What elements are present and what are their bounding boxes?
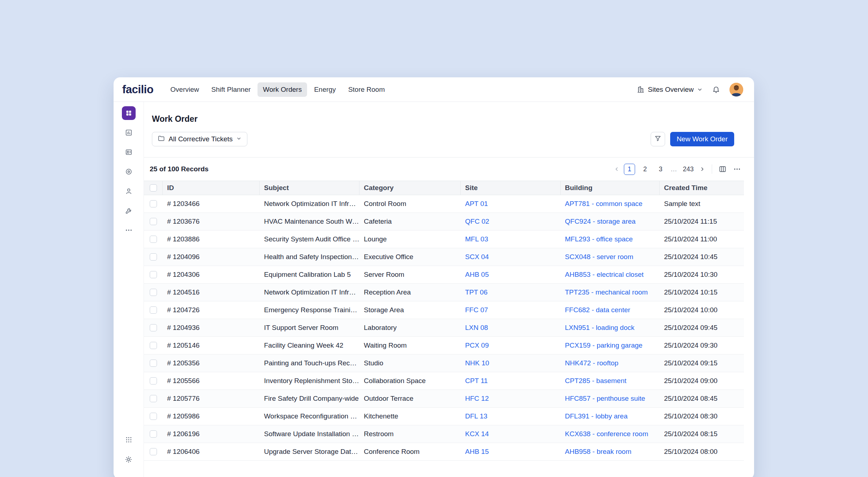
row-checkbox[interactable] xyxy=(150,324,157,331)
cell-building-link[interactable]: CPT285 - basement xyxy=(561,377,660,385)
new-work-order-button[interactable]: New Work Order xyxy=(670,132,734,146)
row-checkbox[interactable] xyxy=(150,360,157,367)
table-row[interactable]: # 1206406 Upgrade Server Storage Data… C… xyxy=(144,443,744,461)
page-button-3[interactable]: 3 xyxy=(655,164,666,175)
cell-site-link[interactable]: QFC 02 xyxy=(461,218,561,225)
cell-building-link[interactable]: MFL293 - office space xyxy=(561,235,660,243)
row-checkbox[interactable] xyxy=(150,395,157,402)
prev-page-icon[interactable] xyxy=(614,166,620,172)
toolbar: All Corrective Tickets New Work Order xyxy=(152,132,734,146)
table-row[interactable]: # 1205356 Painting and Touch-ups Recep… … xyxy=(144,354,744,372)
page-button-1[interactable]: 1 xyxy=(624,164,635,175)
row-checkbox[interactable] xyxy=(150,430,157,438)
table-row[interactable]: # 1205776 Fire Safety Drill Company-wide… xyxy=(144,390,744,408)
cell-created-time: 25/10/2024 08:00 xyxy=(660,448,744,456)
cell-site-link[interactable]: FFC 07 xyxy=(461,306,561,314)
cell-building-link[interactable]: HFC857 - penthouse suite xyxy=(561,395,660,403)
target-icon xyxy=(125,168,133,176)
page-ellipsis: … xyxy=(671,166,677,173)
row-checkbox[interactable] xyxy=(150,200,157,207)
cell-site-link[interactable]: NHK 10 xyxy=(461,359,561,367)
row-checkbox[interactable] xyxy=(150,413,157,420)
cell-building-link[interactable]: DFL391 - lobby area xyxy=(561,412,660,420)
sidebar-item-settings[interactable] xyxy=(122,452,136,466)
table-row[interactable]: # 1204936 IT Support Server Room Laborat… xyxy=(144,319,744,337)
sidebar-item-dashboard[interactable] xyxy=(122,106,136,120)
sidebar-item-contacts[interactable] xyxy=(122,145,136,159)
nav-item-store-room[interactable]: Store Room xyxy=(343,82,390,97)
table-row[interactable]: # 1205566 Inventory Replenishment Stora…… xyxy=(144,372,744,390)
nav-item-overview[interactable]: Overview xyxy=(165,82,204,97)
cell-building-link[interactable]: APT781 - common space xyxy=(561,200,660,208)
cell-building-link[interactable]: AHB958 - break room xyxy=(561,448,660,456)
cell-building-link[interactable]: AHB853 - electrical closet xyxy=(561,271,660,279)
table-row[interactable]: # 1205986 Workspace Reconfiguration D… K… xyxy=(144,408,744,425)
table-row[interactable]: # 1203676 HVAC Maintenance South Wing Ca… xyxy=(144,213,744,231)
nav-item-energy[interactable]: Energy xyxy=(309,82,341,97)
cell-building-link[interactable]: KCX638 - conference room xyxy=(561,430,660,438)
next-page-icon[interactable] xyxy=(699,166,705,172)
table-row[interactable]: # 1204306 Equipment Calibration Lab 5 Se… xyxy=(144,266,744,284)
notification-bell-icon[interactable] xyxy=(712,86,720,94)
user-avatar[interactable] xyxy=(729,83,743,96)
cell-created-time: 25/10/2024 10:30 xyxy=(660,271,744,279)
cell-building-link[interactable]: NHK472 - rooftop xyxy=(561,359,660,367)
row-checkbox[interactable] xyxy=(150,448,157,455)
table-row[interactable]: # 1205146 Facility Cleaning Week 42 Wait… xyxy=(144,337,744,354)
cell-site-link[interactable]: AHB 15 xyxy=(461,448,561,456)
page-button-2[interactable]: 2 xyxy=(639,164,651,175)
sidebar-item-people[interactable] xyxy=(122,184,136,198)
cell-site-link[interactable]: DFL 13 xyxy=(461,412,561,420)
row-checkbox[interactable] xyxy=(150,289,157,296)
cell-building-link[interactable]: QFC924 - storage area xyxy=(561,218,660,225)
sidebar-item-apps[interactable] xyxy=(122,433,136,447)
cell-site-link[interactable]: PCX 09 xyxy=(461,341,561,349)
table-more-menu-icon[interactable] xyxy=(733,165,741,173)
cell-site-link[interactable]: SCX 04 xyxy=(461,253,561,261)
sidebar-item-services[interactable] xyxy=(122,204,136,218)
table-row[interactable]: # 1204096 Health and Safety Inspection F… xyxy=(144,248,744,266)
row-checkbox[interactable] xyxy=(150,271,157,278)
cell-building-link[interactable]: TPT235 - mechanical room xyxy=(561,288,660,296)
cell-site-link[interactable]: TPT 06 xyxy=(461,288,561,296)
table-row[interactable]: # 1206196 Software Update Installation S… xyxy=(144,425,744,443)
cell-site-link[interactable]: AHB 05 xyxy=(461,271,561,279)
cell-building-link[interactable]: PCX159 - parking garage xyxy=(561,341,660,349)
cell-site-link[interactable]: APT 01 xyxy=(461,200,561,208)
view-selector-dropdown[interactable]: All Corrective Tickets xyxy=(152,132,247,146)
cell-id: # 1205566 xyxy=(163,377,260,385)
cell-site-link[interactable]: LXN 08 xyxy=(461,324,561,332)
site-switcher[interactable]: Sites Overview xyxy=(637,86,703,94)
cell-site-link[interactable]: KCX 14 xyxy=(461,430,561,438)
table-row[interactable]: # 1204726 Emergency Response Training… S… xyxy=(144,301,744,319)
cell-building-link[interactable]: LXN951 - loading dock xyxy=(561,324,660,332)
sidebar-item-tracking[interactable] xyxy=(122,165,136,179)
table-row[interactable]: # 1204516 Network Optimization IT Infras… xyxy=(144,284,744,301)
nav-item-shift-planner[interactable]: Shift Planner xyxy=(206,82,256,97)
table-row[interactable]: # 1203466 Network Optimization IT Infras… xyxy=(144,195,744,213)
cell-building-link[interactable]: SCX048 - server room xyxy=(561,253,660,261)
table-row[interactable]: # 1203886 Security System Audit Office C… xyxy=(144,231,744,248)
cell-site-link[interactable]: CPT 11 xyxy=(461,377,561,385)
row-checkbox[interactable] xyxy=(150,377,157,384)
row-checkbox[interactable] xyxy=(150,218,157,225)
row-checkbox[interactable] xyxy=(150,306,157,314)
cell-category: Lounge xyxy=(359,235,461,243)
sidebar-item-more[interactable] xyxy=(122,223,136,237)
filter-button[interactable] xyxy=(651,132,665,146)
cell-site-link[interactable]: HFC 12 xyxy=(461,395,561,403)
cell-building-link[interactable]: FFC682 - data center xyxy=(561,306,660,314)
nav-item-work-orders[interactable]: Work Orders xyxy=(258,82,307,97)
cell-subject: HVAC Maintenance South Wing xyxy=(260,218,359,225)
sidebar-item-portfolio[interactable] xyxy=(122,126,136,139)
row-checkbox[interactable] xyxy=(150,342,157,349)
row-checkbox[interactable] xyxy=(150,253,157,261)
row-checkbox[interactable] xyxy=(150,236,157,243)
cell-site-link[interactable]: MFL 03 xyxy=(461,235,561,243)
cell-id: # 1204516 xyxy=(163,288,260,296)
apps-grid-icon xyxy=(125,436,132,443)
page-button-last[interactable]: 243 xyxy=(681,164,695,175)
select-all-checkbox[interactable] xyxy=(150,184,157,192)
facilio-logo[interactable]: facilio xyxy=(122,83,153,96)
column-settings-icon[interactable] xyxy=(719,165,727,173)
